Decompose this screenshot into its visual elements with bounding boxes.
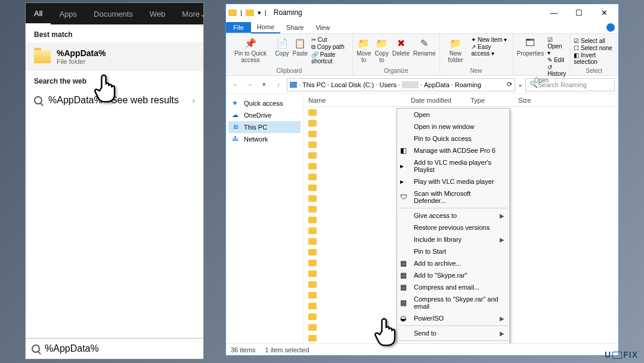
folder-icon (308, 109, 317, 116)
context-menu-item[interactable]: ▸Play with VLC media player (397, 176, 509, 187)
breadcrumb-item[interactable]: Users (379, 81, 397, 88)
context-menu-item[interactable]: ▦Compress to "Skype.rar" and email (397, 293, 509, 312)
easy-access-button[interactable]: ↗ Easy access ▾ (471, 44, 509, 57)
back-button[interactable]: ← (230, 79, 242, 91)
col-type[interactable]: Type (470, 97, 518, 104)
col-size[interactable]: Size (518, 97, 554, 104)
copy-button[interactable]: 📄Copy (275, 36, 289, 57)
new-folder-button[interactable]: 📁New folder (444, 36, 468, 63)
folder-icon (308, 184, 317, 191)
window-title: Roaming (274, 8, 302, 17)
folder-icon (308, 313, 317, 320)
tab-file[interactable]: File (226, 22, 251, 33)
nav-onedrive[interactable]: ☁OneDrive (228, 109, 301, 121)
context-menu-item[interactable]: Cut (397, 342, 509, 343)
context-menu-item[interactable]: Send to▶ (397, 327, 509, 339)
nav-this-pc[interactable]: 🖥This PC (228, 121, 301, 133)
properties-button[interactable]: 🗔Properties (517, 36, 544, 57)
paste-shortcut-button[interactable]: 🔗 Paste shortcut (311, 51, 349, 64)
context-menu-item[interactable]: Restore previous versions (397, 222, 509, 233)
tab-apps[interactable]: Apps (51, 3, 85, 24)
address-bar-row: ← → ▾ ↑ › This PC› Local Disk (C:)› User… (226, 76, 618, 94)
paste-button[interactable]: 📋Paste (293, 36, 308, 57)
breadcrumb[interactable]: › This PC› Local Disk (C:)› Users› › App… (287, 78, 515, 91)
context-menu-item[interactable]: 🛡Scan with Microsoft Defender... (397, 187, 509, 207)
context-menu-item[interactable]: Include in library▶ (397, 233, 509, 245)
down-caret-icon[interactable]: ▾ (258, 9, 261, 17)
column-headers: Name Date modified Type Size (304, 94, 618, 107)
open-button[interactable]: ☑ Open ▾ (547, 36, 566, 56)
folder-icon (308, 281, 317, 288)
search-web-header: Search the web (26, 71, 203, 89)
col-name[interactable]: Name (304, 97, 411, 104)
context-menu-item[interactable]: Open (397, 109, 509, 121)
cut-button[interactable]: ✂ Cut (311, 36, 349, 43)
new-item-button[interactable]: ✦ New item ▾ (471, 36, 509, 43)
rename-button[interactable]: ✎Rename (413, 36, 436, 57)
tab-view[interactable]: View (309, 22, 336, 33)
tab-more[interactable]: More ⌄ (174, 3, 215, 24)
folder-icon (308, 303, 317, 309)
context-menu-item[interactable]: ▦Add to archive... (397, 257, 509, 269)
context-menu: OpenOpen in new windowPin to Quick acces… (397, 108, 510, 343)
context-menu-item[interactable]: ◧Manage with ACDSee Pro 6 (397, 144, 509, 156)
tab-documents[interactable]: Documents (85, 3, 141, 24)
breadcrumb-item[interactable]: This PC (302, 81, 326, 88)
nav-quick-access[interactable]: ★Quick access (228, 97, 301, 109)
col-date[interactable]: Date modified (411, 97, 470, 104)
web-result-item[interactable]: %AppData% - See web results › (26, 89, 203, 112)
status-item-count: 36 items (231, 346, 256, 353)
context-menu-item[interactable]: ▦Add to "Skype.rar" (397, 269, 509, 281)
minimize-button[interactable]: — (542, 5, 566, 20)
context-menu-item[interactable]: Give access to▶ (397, 210, 509, 222)
search-result-appdata[interactable]: %AppData% File folder (26, 42, 203, 71)
breadcrumb-item[interactable]: AppData (424, 81, 450, 88)
recent-button[interactable]: ▾ (258, 79, 270, 91)
folder-icon (228, 10, 237, 16)
status-selected-count: 1 item selected (265, 346, 309, 353)
context-menu-item[interactable]: ◒PowerISO▶ (397, 312, 509, 324)
context-menu-item[interactable]: Pin to Start (397, 245, 509, 257)
context-menu-item[interactable]: ▦Compress and email... (397, 281, 509, 293)
tab-share[interactable]: Share (280, 22, 309, 33)
context-menu-item[interactable]: ▸Add to VLC media player's Playlist (397, 156, 509, 176)
folder-icon (308, 292, 317, 299)
up-button[interactable]: ↑ (273, 79, 284, 91)
delete-button[interactable]: ✖Delete (392, 36, 410, 57)
forward-button[interactable]: → (244, 79, 256, 91)
folder-icon (308, 335, 317, 342)
ribbon: 📌Pin to Quick access 📄Copy 📋Paste ✂ Cut … (226, 34, 618, 76)
select-all-button[interactable]: ☑ Select all (574, 38, 614, 44)
edit-button[interactable]: ✎ Edit (547, 57, 566, 63)
search-input-row (26, 338, 203, 359)
ribbon-group-label: Select (574, 67, 614, 74)
menu-tabs: File Home Share View (226, 21, 618, 34)
tab-home[interactable]: Home (251, 21, 280, 33)
close-button[interactable]: ✕ (592, 5, 616, 20)
history-button[interactable]: ↺ History (547, 64, 566, 77)
move-to-button[interactable]: 📁Move to (357, 36, 371, 63)
search-input[interactable] (45, 343, 197, 354)
copy-to-button[interactable]: 📁Copy to (374, 36, 388, 63)
select-none-button[interactable]: ☐ Select none (574, 45, 614, 51)
folder-icon (308, 195, 317, 202)
breadcrumb-item[interactable]: Local Disk (C:) (331, 81, 374, 88)
file-list-area: Name Date modified Type Size 9 9:14 PMFi… (304, 94, 618, 343)
search-box[interactable]: 🔍 Search Roaming (525, 78, 615, 91)
refresh-icon[interactable]: ⟳ (507, 81, 512, 88)
folder-icon (308, 260, 317, 266)
pin-button[interactable]: 📌Pin to Quick access (230, 36, 271, 63)
tab-web[interactable]: Web (141, 3, 174, 24)
context-menu-item[interactable]: Open in new window (397, 121, 509, 133)
nav-network[interactable]: 🖧Network (228, 133, 301, 145)
breadcrumb-item-redacted[interactable] (402, 81, 419, 88)
tab-all[interactable]: All (26, 3, 51, 24)
help-icon[interactable] (606, 23, 615, 32)
context-menu-item[interactable]: Pin to Quick access (397, 133, 509, 144)
copy-path-button[interactable]: ⧉ Copy path (311, 44, 349, 51)
maximize-button[interactable]: ☐ (567, 5, 591, 20)
invert-selection-button[interactable]: ◧ Invert selection (574, 52, 614, 65)
folder-icon (308, 163, 317, 170)
breadcrumb-item[interactable]: Roaming (455, 81, 481, 88)
breadcrumb-dropdown[interactable]: ⌄ (518, 81, 523, 88)
